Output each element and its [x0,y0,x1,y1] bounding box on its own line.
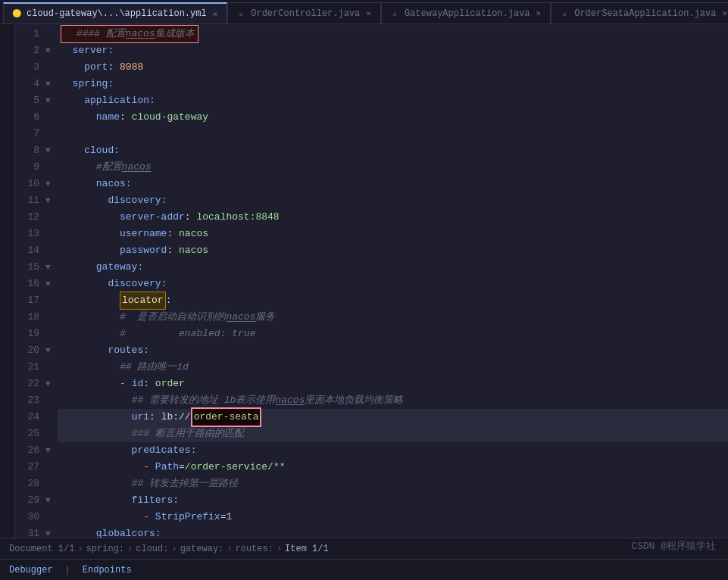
tab-label-3: GatewayApplication.java [405,8,530,19]
code-line-12: server-addr: localhost:8848 [58,209,728,226]
code-line-20: routes: [58,342,728,359]
code-line-23: ## 需要转发的地址 lb表示使用nacos里面本地负载均衡策略 [58,392,728,409]
code-line-17: locator: [58,292,728,309]
comment-text-1: #### 配置nacos集成版本 [61,25,198,43]
code-line-10: nacos: [58,176,728,192]
code-line-16: discovery: [58,276,728,292]
code-line-9: #配置nacos [58,159,728,176]
status-spring: spring: [86,544,124,554]
line-numbers: 12345 678910 1112131415 1617181920 21222… [15,24,45,538]
fold-31[interactable]: ▼ [45,525,58,538]
code-line-22: - id: order [58,376,728,392]
code-line-7 [58,126,728,142]
status-bar: Document 1/1 › spring: › cloud: › gatewa… [0,538,728,559]
code-line-28: ## 转发去掉第一层路径 [58,476,728,492]
code-line-26: predicates: [58,442,728,459]
code-line-25: ### 断言用于路由的匹配 [58,426,728,442]
tab-bar: 🟡 cloud-gateway\...\application.yml ✕ ☕ … [0,0,728,24]
tab-order-controller[interactable]: ☕ OrderController.java ✕ [227,2,381,23]
fold-4[interactable]: ▼ [45,76,58,92]
fold-22[interactable]: ▼ [45,376,58,392]
code-line-15: gateway: [58,259,728,276]
code-content: #### 配置nacos集成版本 server: port: 8088 spri… [58,24,728,538]
code-line-2: server: [58,42,728,59]
code-line-21: ## 路由唯一id [58,359,728,376]
code-line-19: # enabled: true [58,326,728,342]
tab-label-2: OrderController.java [251,8,360,19]
tab-order-seata-app[interactable]: ☕ OrderSeataApplication.java ✕ [551,2,728,23]
fold-5[interactable]: ▼ [45,92,58,109]
status-document: Document 1/1 [9,544,74,554]
fold-column: ▼ ▼ ▼ ▼ ▼ ▼ ▼ ▼ ▼ ▼ ▼ ▼ ▼ ▼ [45,24,58,538]
status-gateway: gateway: [180,544,224,554]
debugger-button[interactable]: Debugger [9,565,53,575]
code-line-6: name: cloud-gateway [58,109,728,126]
fold-29[interactable]: ▼ [45,492,58,509]
tab-gateway-app[interactable]: ☕ GatewayApplication.java ✕ [381,2,551,23]
watermark: CSDN @程序猿学社 [631,539,716,553]
tab-close-3[interactable]: ✕ [535,8,543,19]
java-icon-2: ☕ [389,8,400,19]
yaml-icon: 🟡 [11,8,22,19]
locator-highlight: locator [120,292,166,310]
code-line-8: cloud: [58,142,728,159]
tab-close-1[interactable]: ✕ [211,8,220,20]
tab-label-4: OrderSeataApplication.java [574,8,716,19]
status-routes: routes: [235,544,273,554]
fold-2[interactable]: ▼ [45,42,58,59]
code-line-29: filters: [58,492,728,509]
java-icon-3: ☕ [559,8,570,19]
code-line-27: - Path=/order-service/** [58,459,728,476]
divider: | [65,565,70,575]
code-line-31: globalcors: [58,525,728,538]
status-item: Item 1/1 [285,544,329,554]
code-line-1: #### 配置nacos集成版本 [58,26,728,42]
code-line-11: discovery: [58,192,728,209]
code-line-4: spring: [58,76,728,92]
code-line-18: # 是否启动自动识别的nacos服务 [58,309,728,326]
code-line-14: password: nacos [58,242,728,259]
status-cloud: cloud: [136,544,168,554]
tab-close-2[interactable]: ✕ [364,8,373,19]
bottom-toolbar: Debugger | Endpoints [0,559,728,580]
code-line-24: uri: lb://order-seata [58,409,728,426]
endpoints-button[interactable]: Endpoints [83,565,132,575]
code-line-3: port: 8088 [58,59,728,76]
java-icon-1: ☕ [236,8,246,19]
tab-close-4[interactable]: ✕ [720,8,728,19]
fold-8[interactable]: ▼ [45,142,58,159]
fold-10[interactable]: ▼ [45,176,58,192]
fold-16[interactable]: ▼ [45,276,58,292]
activity-bar [0,24,15,538]
uri-highlight: order-seata [191,407,262,427]
tab-label: cloud-gateway\...\application.yml [27,8,207,19]
tab-application-yml[interactable]: 🟡 cloud-gateway\...\application.yml ✕ [3,2,227,23]
code-line-13: username: nacos [58,226,728,242]
code-line-30: - StripPrefix=1 [58,509,728,525]
code-line-5: application: [58,92,728,109]
fold-15[interactable]: ▼ [45,259,58,276]
fold-20[interactable]: ▼ [45,342,58,359]
fold-11[interactable]: ▼ [45,192,58,209]
editor: 12345 678910 1112131415 1617181920 21222… [0,24,728,538]
fold-26[interactable]: ▼ [45,442,58,459]
